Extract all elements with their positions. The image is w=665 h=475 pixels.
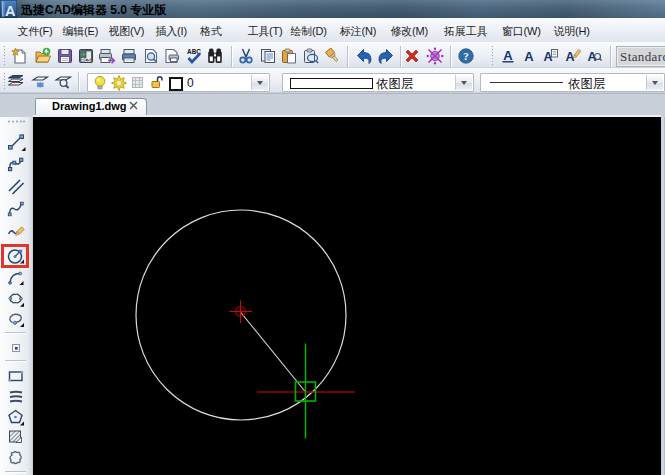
svg-text:A: A [587,50,596,64]
svg-text:A: A [5,3,16,19]
svg-text:A: A [503,48,513,63]
svg-text:?: ? [463,50,469,62]
svg-text:RCS: RCS [81,58,91,63]
svg-text:A: A [565,50,574,64]
svg-text:A: A [524,49,534,64]
